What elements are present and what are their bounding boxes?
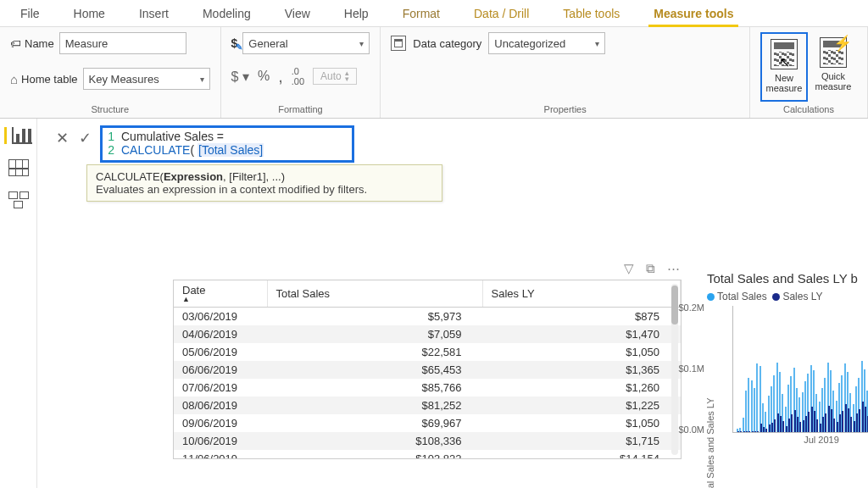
table-row[interactable]: 07/06/2019$85,766$1,260 (174, 379, 681, 396)
ytick: $0.0M (678, 424, 707, 435)
main-area: ✕ ✓ 1Cumulative Sales = 2CALCULATE( [Tot… (0, 119, 868, 488)
col-header-total[interactable]: Total Sales (267, 280, 482, 308)
decimal-decrease-button[interactable]: .0.00 (292, 66, 304, 86)
scrollbar-thumb[interactable] (671, 286, 678, 324)
name-input[interactable]: Measure (59, 32, 186, 54)
table-row[interactable]: 09/06/2019$69,967$1,050 (174, 414, 681, 432)
view-sidebar (0, 119, 37, 488)
tab-table-tools[interactable]: Table tools (546, 2, 637, 25)
data-category-dropdown[interactable]: Uncategorized▾ (488, 32, 605, 54)
cell-ly: $14,154 (482, 450, 680, 458)
name-label: Name (10, 37, 54, 50)
tab-insert[interactable]: Insert (122, 2, 186, 25)
decimal-places-input[interactable]: Auto▴▾ (313, 68, 357, 85)
table-row[interactable]: 10/06/2019$108,336$1,715 (174, 432, 681, 450)
tooltip-description: Evaluates an expression in a context mod… (96, 183, 433, 196)
cell-total: $5,973 (267, 308, 482, 326)
new-measure-button[interactable]: ↖ New measure (760, 32, 808, 102)
currency-button[interactable]: $ ▾ (231, 69, 249, 85)
cell-total: $65,453 (267, 361, 482, 379)
intellisense-tooltip: CALCULATE(Expression, [Filter1], ...) Ev… (86, 164, 442, 202)
tab-home[interactable]: Home (57, 2, 122, 25)
group-label-formatting: Formatting (231, 103, 370, 114)
focus-mode-icon[interactable]: ⧉ (646, 261, 655, 276)
tab-data-drill[interactable]: Data / Drill (457, 2, 546, 25)
group-label-calculations: Calculations (760, 103, 857, 114)
line-number: 1 (103, 130, 121, 143)
table-row[interactable]: 03/06/2019$5,973$875 (174, 308, 681, 326)
chevron-down-icon: ▾ (595, 39, 599, 48)
cell-ly: $1,470 (482, 325, 680, 343)
calculator-icon (771, 39, 798, 69)
cell-ly: $1,715 (482, 432, 680, 450)
group-label-properties: Properties (391, 103, 739, 114)
formula-editor[interactable]: 1Cumulative Sales = 2CALCULATE( [Total S… (100, 125, 354, 163)
cell-ly: $1,050 (482, 343, 680, 361)
quick-measure-label: Quick measure (810, 71, 857, 92)
more-options-icon[interactable]: ⋯ (667, 261, 680, 276)
cell-total: $108,336 (267, 432, 482, 450)
cell-total: $22,581 (267, 343, 482, 361)
report-canvas: ✕ ✓ 1Cumulative Sales = 2CALCULATE( [Tot… (37, 119, 868, 488)
data-category-label: Data category (413, 37, 481, 50)
tag-icon (10, 37, 21, 50)
data-view-button[interactable] (8, 159, 29, 176)
col-header-ly[interactable]: Sales LY (482, 280, 680, 308)
quick-measure-button[interactable]: ⚡ Quick measure (810, 32, 857, 102)
cell-ly: $875 (482, 308, 680, 326)
chart-title: Total Sales and Sales LY b (707, 271, 868, 286)
percent-button[interactable]: % (258, 69, 270, 84)
legend-dot-b (772, 293, 780, 301)
chevron-down-icon: ▾ (359, 39, 364, 48)
code-line-2: CALCULATE( [Total Sales] (121, 143, 264, 157)
visual-header: ▽ ⧉ ⋯ (173, 261, 680, 276)
new-measure-label: New measure (762, 73, 806, 93)
table-visual[interactable]: Date▲ Total Sales Sales LY 03/06/2019$5,… (173, 280, 682, 459)
ytick: $0.2M (678, 302, 707, 313)
format-icon: $✎ (231, 36, 238, 50)
ribbon-tabs: File Home Insert Modeling View Help Form… (0, 0, 868, 27)
cell-total: $7,059 (267, 325, 482, 343)
cell-date: 10/06/2019 (174, 432, 267, 450)
ribbon-group-structure: Name Measure Home table Key Measures▾ St… (0, 27, 221, 118)
filter-icon[interactable]: ▽ (624, 261, 634, 276)
table-row[interactable]: 06/06/2019$65,453$1,365 (174, 361, 681, 379)
col-header-date[interactable]: Date▲ (174, 280, 267, 308)
tab-measure-tools[interactable]: Measure tools (637, 2, 750, 25)
chart-plot-area (732, 306, 868, 433)
table-row[interactable]: 11/06/2019$103,822$14,154 (174, 450, 681, 458)
line-number: 2 (103, 143, 121, 157)
cancel-formula-button[interactable]: ✕ (54, 125, 70, 151)
legend-label-b: Sales LY (782, 291, 822, 302)
code-line-1: Cumulative Sales = (121, 130, 224, 143)
ribbon-group-calculations: ↖ New measure ⚡ Quick measure Calculatio… (750, 27, 868, 118)
commit-formula-button[interactable]: ✓ (77, 125, 93, 151)
tab-view[interactable]: View (268, 2, 327, 25)
table-row[interactable]: 08/06/2019$81,252$1,225 (174, 396, 681, 414)
ytick: $0.1M (678, 363, 707, 374)
report-view-button[interactable] (4, 127, 25, 144)
data-table: Date▲ Total Sales Sales LY 03/06/2019$5,… (174, 280, 681, 458)
bolt-icon: ⚡ (833, 34, 852, 53)
format-dropdown[interactable]: General▾ (242, 32, 370, 54)
table-row[interactable]: 05/06/2019$22,581$1,050 (174, 343, 681, 361)
ribbon-group-formatting: $✎ General▾ $ ▾ % , .0.00 Auto▴▾ Formatt… (221, 27, 381, 118)
thousands-button[interactable]: , (278, 72, 283, 80)
cell-date: 09/06/2019 (174, 414, 267, 432)
tab-format[interactable]: Format (386, 2, 457, 25)
scrollbar[interactable] (671, 284, 678, 455)
ribbon-group-properties: Data category Uncategorized▾ Properties (381, 27, 750, 118)
legend-dot-a (707, 293, 715, 301)
table-row[interactable]: 04/06/2019$7,059$1,470 (174, 325, 681, 343)
model-view-button[interactable] (8, 191, 29, 208)
tab-file[interactable]: File (3, 2, 57, 25)
home-icon (10, 72, 18, 86)
chart-visual[interactable]: Total Sales and Sales LY b Total Sales S… (707, 271, 868, 445)
tab-modeling[interactable]: Modeling (186, 2, 268, 25)
ribbon: Name Measure Home table Key Measures▾ St… (0, 27, 868, 119)
cell-total: $69,967 (267, 414, 482, 432)
cell-date: 05/06/2019 (174, 343, 267, 361)
tab-help[interactable]: Help (327, 2, 386, 25)
hometable-dropdown[interactable]: Key Measures▾ (83, 68, 210, 90)
cell-total: $103,822 (267, 450, 482, 458)
